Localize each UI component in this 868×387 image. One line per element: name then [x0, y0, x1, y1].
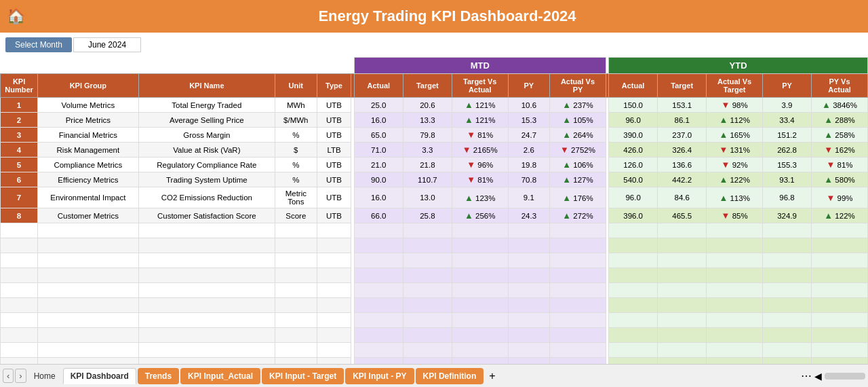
kpi-unit-cell: Score	[275, 208, 317, 223]
ytd-pva-cell: ▲ 3846%	[812, 98, 868, 113]
tab-more-options[interactable]: ⋯	[801, 369, 812, 382]
mtd-avp-cell: ▲ 237%	[550, 98, 606, 113]
tab-kpi-input-py[interactable]: KPI Input - PY	[345, 368, 414, 384]
mtd-tva-cell: ▲ 121%	[452, 98, 508, 113]
kpi-unit-cell: Metric Tons	[275, 187, 317, 208]
mtd-target-cell: 3.3	[403, 143, 452, 158]
empty-cell	[317, 313, 351, 328]
empty-cell	[707, 313, 763, 328]
empty-cell	[707, 343, 763, 358]
tab-kpi-dashboard[interactable]: KPI Dashboard	[63, 368, 136, 384]
empty-cell	[354, 343, 403, 358]
empty-cell	[508, 343, 550, 358]
arrow-up-icon: ▲	[719, 130, 728, 140]
empty-cell	[812, 253, 868, 268]
empty-cell	[275, 268, 317, 283]
mtd-actual-cell: 16.0	[354, 187, 403, 208]
ytd-py-cell: 3.9	[762, 98, 811, 113]
empty-cell	[275, 328, 317, 343]
empty-cell	[609, 328, 658, 343]
arrow-up-icon: ▲	[824, 174, 833, 185]
mtd-avp-cell: ▲ 105%	[550, 113, 606, 128]
col-mtd-avp: Actual VsPY	[550, 74, 606, 98]
empty-cell	[317, 283, 351, 298]
current-month-value: June 2024	[73, 37, 141, 52]
kpi-group-cell: Compliance Metrics	[38, 158, 138, 172]
ytd-actual-cell: 96.0	[609, 113, 658, 128]
col-ytd-pva: PY VsActual	[812, 74, 868, 98]
ytd-py-cell: 324.9	[762, 208, 811, 223]
empty-cell	[508, 328, 550, 343]
month-selector-row: Select Month June 2024	[0, 33, 868, 57]
tab-nav-next[interactable]: ›	[15, 369, 26, 383]
empty-cell	[707, 268, 763, 283]
kpi-group-cell: Volume Metrics	[38, 98, 138, 113]
mtd-py-cell: 10.6	[508, 98, 550, 113]
mtd-target-cell: 25.8	[403, 208, 452, 223]
ytd-target-cell: 153.1	[658, 98, 707, 113]
kpi-name-cell: Customer Satisfaction Score	[138, 208, 275, 223]
col-kpi-group: KPI Group	[38, 74, 138, 98]
mtd-target-cell: 13.0	[403, 187, 452, 208]
empty-cell	[452, 313, 508, 328]
tab-add-button[interactable]: +	[485, 369, 499, 384]
tab-scrollbar[interactable]	[825, 373, 865, 380]
mtd-tva-cell: ▲ 256%	[452, 208, 508, 223]
empty-cell	[1, 223, 38, 238]
arrow-up-icon: ▲	[562, 174, 571, 185]
mtd-avp-cell: ▲ 127%	[550, 172, 606, 187]
empty-cell	[317, 328, 351, 343]
tab-nav-prev[interactable]: ‹	[3, 369, 14, 383]
ytd-target-cell: 237.0	[658, 128, 707, 143]
kpi-number-cell: 3	[1, 128, 38, 143]
empty-cell	[707, 238, 763, 253]
kpi-unit-cell: $	[275, 143, 317, 158]
table-row: 7 Environmental Impact CO2 Emissions Red…	[1, 187, 868, 208]
kpi-group-cell: Efficiency Metrics	[38, 172, 138, 187]
ytd-target-cell: 86.1	[658, 113, 707, 128]
mtd-tva-cell: ▲ 121%	[452, 113, 508, 128]
mtd-avp-cell: ▲ 106%	[550, 158, 606, 172]
kpi-type-cell: LTB	[317, 143, 351, 158]
tab-trends[interactable]: Trends	[138, 368, 179, 384]
empty-cell	[138, 238, 275, 253]
ytd-py-cell: 155.3	[762, 158, 811, 172]
table-row: 2 Price Metrics Average Selling Price $/…	[1, 113, 868, 128]
empty-cell	[452, 328, 508, 343]
col-kpi-name: KPI Name	[138, 74, 275, 98]
empty-cell	[403, 343, 452, 358]
empty-row	[1, 268, 868, 283]
ytd-pva-cell: ▼ 162%	[812, 143, 868, 158]
col-ytd-actual: Actual	[609, 74, 658, 98]
empty-cell	[1, 298, 38, 313]
kpi-table-wrapper: MTD YTD KPINumber KPI Group KPI Name Uni…	[0, 57, 868, 369]
tab-home[interactable]: Home	[28, 368, 62, 384]
tab-kpi-input-actual[interactable]: KPI Input_Actual	[180, 368, 260, 384]
select-month-button[interactable]: Select Month	[5, 37, 72, 52]
empty-cell	[658, 268, 707, 283]
empty-cell	[354, 238, 403, 253]
col-ytd-target: Target	[658, 74, 707, 98]
tab-kpi-input-target[interactable]: KPI Input - Target	[262, 368, 344, 384]
empty-cell	[138, 268, 275, 283]
empty-cell	[812, 223, 868, 238]
arrow-up-icon: ▲	[719, 193, 728, 203]
empty-cell	[508, 268, 550, 283]
kpi-unit-cell: $/MWh	[275, 113, 317, 128]
mtd-py-cell: 24.3	[508, 208, 550, 223]
empty-cell	[550, 343, 606, 358]
kpi-type-cell: UTB	[317, 208, 351, 223]
tab-scroll-left[interactable]: ◀	[814, 371, 822, 382]
mtd-target-cell: 79.8	[403, 128, 452, 143]
ytd-py-cell: 33.4	[762, 113, 811, 128]
kpi-unit-cell: %	[275, 128, 317, 143]
empty-cell	[38, 328, 138, 343]
empty-row	[1, 343, 868, 358]
empty-cell	[508, 298, 550, 313]
col-mtd-tva: Target VsActual	[452, 74, 508, 98]
empty-cell	[403, 223, 452, 238]
empty-cell	[762, 223, 811, 238]
tab-kpi-definition[interactable]: KPI Definition	[416, 368, 484, 384]
empty-cell	[38, 238, 138, 253]
empty-cell	[138, 298, 275, 313]
